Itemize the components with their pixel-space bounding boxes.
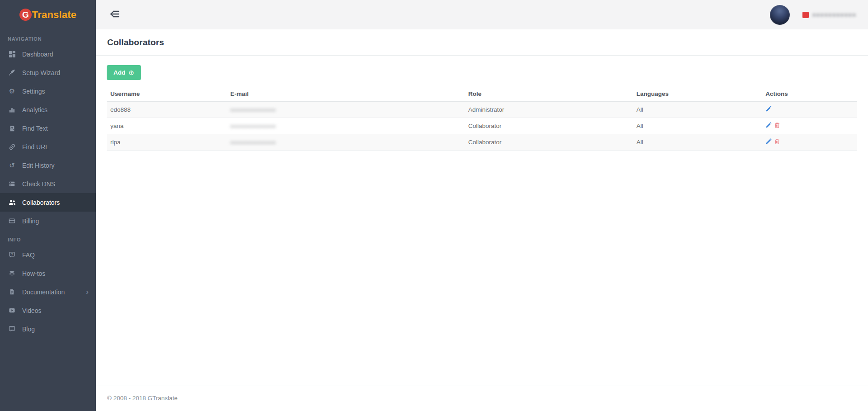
chevron-right-icon: › bbox=[86, 288, 89, 296]
sidebar-nav: NAVIGATIONDashboardSetup Wizard⚙Settings… bbox=[0, 29, 96, 338]
dashboard-icon bbox=[8, 51, 16, 58]
main-area: ●●●●●●●●●●● Collaborators Add ⊕ Username… bbox=[96, 0, 868, 411]
collaborators-table: UsernameE-mailRoleLanguagesActions edo88… bbox=[107, 87, 857, 151]
sidebar-item-label: Setup Wizard bbox=[22, 69, 60, 76]
question-bubble-icon: ? bbox=[8, 251, 16, 258]
topbar: ●●●●●●●●●●● bbox=[96, 0, 868, 29]
chat-bubble-icon bbox=[8, 326, 16, 332]
sidebar-item-label: Dashboard bbox=[22, 51, 53, 58]
column-header-languages: Languages bbox=[633, 87, 762, 102]
page-title: Collaborators bbox=[107, 38, 164, 47]
gear-icon: ⚙ bbox=[8, 88, 16, 94]
site-language-flag-icon bbox=[802, 12, 809, 18]
delete-button[interactable] bbox=[774, 122, 780, 130]
sidebar-item-label: Videos bbox=[22, 307, 42, 314]
link-icon bbox=[8, 143, 16, 151]
edit-icon bbox=[765, 106, 772, 113]
sidebar-item-faq[interactable]: ?FAQ bbox=[0, 246, 96, 264]
add-button-label: Add bbox=[113, 69, 125, 76]
document-icon bbox=[8, 288, 16, 295]
sidebar-item-settings[interactable]: ⚙Settings bbox=[0, 82, 96, 100]
edit-icon bbox=[765, 122, 772, 130]
credit-card-icon bbox=[8, 217, 16, 224]
table-row-edo888: edo888●●●●●●●●●●●●●AdministratorAll bbox=[107, 102, 857, 118]
table-row-yana: yana●●●●●●●●●●●●●CollaboratorAll bbox=[107, 118, 857, 134]
rocket-icon bbox=[8, 69, 16, 76]
sidebar-item-documentation[interactable]: Documentation› bbox=[0, 283, 96, 301]
sidebar: G Translate NAVIGATIONDashboardSetup Wiz… bbox=[0, 0, 96, 411]
email-redacted: ●●●●●●●●●●●●● bbox=[231, 139, 276, 146]
menu-fold-arrow-icon bbox=[109, 10, 120, 19]
role-cell: Administrator bbox=[465, 102, 633, 118]
sidebar-item-label: Check DNS bbox=[22, 180, 55, 188]
sidebar-collapse-button[interactable] bbox=[108, 8, 122, 21]
sidebar-item-label: Find Text bbox=[22, 125, 48, 132]
actions-cell bbox=[762, 118, 857, 134]
delete-button[interactable] bbox=[774, 138, 780, 146]
sidebar-item-how-tos[interactable]: How-tos bbox=[0, 264, 96, 283]
edit-button[interactable] bbox=[765, 138, 772, 146]
column-header-role: Role bbox=[465, 87, 633, 102]
username-cell: ripa bbox=[107, 134, 227, 151]
circled-plus-icon: ⊕ bbox=[128, 69, 134, 76]
sidebar-item-label: Settings bbox=[22, 88, 45, 95]
languages-cell: All bbox=[633, 134, 762, 151]
sidebar-item-find-url[interactable]: Find URL bbox=[0, 137, 96, 156]
account-domain-redacted[interactable]: ●●●●●●●●●●● bbox=[812, 11, 856, 18]
svg-text:?: ? bbox=[11, 252, 13, 256]
nav-section-label-navigation: NAVIGATION bbox=[0, 29, 96, 45]
role-cell: Collaborator bbox=[465, 118, 633, 134]
sidebar-item-label: How-tos bbox=[22, 270, 45, 277]
edit-button[interactable] bbox=[765, 122, 772, 130]
sidebar-item-analytics[interactable]: Analytics bbox=[0, 100, 96, 119]
edit-icon bbox=[765, 138, 772, 146]
topbar-account-area: ●●●●●●●●●●● bbox=[770, 5, 856, 25]
user-avatar[interactable] bbox=[770, 5, 790, 25]
sidebar-item-billing[interactable]: Billing bbox=[0, 212, 96, 230]
sidebar-item-setup-wizard[interactable]: Setup Wizard bbox=[0, 63, 96, 82]
sidebar-item-collaborators[interactable]: Collaborators bbox=[0, 193, 96, 212]
gtranslate-logo[interactable]: G Translate bbox=[0, 0, 96, 29]
sidebar-item-label: Edit History bbox=[22, 162, 55, 169]
layers-icon bbox=[8, 270, 16, 277]
search-doc-icon bbox=[8, 125, 16, 132]
sidebar-item-label: Analytics bbox=[22, 106, 47, 113]
email-cell: ●●●●●●●●●●●●● bbox=[227, 118, 465, 134]
sidebar-item-label: Billing bbox=[22, 217, 39, 225]
footer: © 2008 - 2018 GTranslate bbox=[96, 386, 868, 411]
sidebar-item-find-text[interactable]: Find Text bbox=[0, 119, 96, 137]
sidebar-item-edit-history[interactable]: ↺Edit History bbox=[0, 156, 96, 175]
sidebar-item-videos[interactable]: Videos bbox=[0, 301, 96, 320]
column-header-actions: Actions bbox=[762, 87, 857, 102]
sidebar-item-label: Blog bbox=[22, 326, 35, 333]
email-cell: ●●●●●●●●●●●●● bbox=[227, 134, 465, 151]
sidebar-item-dashboard[interactable]: Dashboard bbox=[0, 45, 96, 63]
gtranslate-logo-g-icon: G bbox=[19, 9, 32, 21]
email-redacted: ●●●●●●●●●●●●● bbox=[231, 123, 276, 129]
sidebar-item-label: Documentation bbox=[22, 288, 65, 296]
actions-cell bbox=[762, 102, 857, 118]
video-icon bbox=[8, 307, 16, 314]
email-cell: ●●●●●●●●●●●●● bbox=[227, 102, 465, 118]
bar-chart-icon bbox=[8, 106, 16, 113]
app-root: G Translate NAVIGATIONDashboardSetup Wiz… bbox=[0, 0, 868, 411]
add-collaborator-button[interactable]: Add ⊕ bbox=[107, 65, 141, 80]
page-heading: Collaborators bbox=[96, 29, 868, 56]
username-cell: yana bbox=[107, 118, 227, 134]
email-redacted: ●●●●●●●●●●●●● bbox=[231, 107, 276, 113]
sidebar-item-check-dns[interactable]: Check DNS bbox=[0, 175, 96, 193]
languages-cell: All bbox=[633, 102, 762, 118]
copyright-text: © 2008 - 2018 GTranslate bbox=[107, 395, 178, 402]
delete-icon bbox=[774, 138, 780, 146]
nav-section-label-info: INFO bbox=[0, 230, 96, 246]
sidebar-item-blog[interactable]: Blog bbox=[0, 320, 96, 338]
edit-button[interactable] bbox=[765, 106, 772, 113]
content: Add ⊕ UsernameE-mailRoleLanguagesActions… bbox=[96, 56, 868, 386]
sidebar-item-label: Collaborators bbox=[22, 199, 60, 206]
users-icon bbox=[8, 199, 16, 206]
delete-icon bbox=[774, 122, 780, 130]
history-icon: ↺ bbox=[8, 162, 16, 169]
actions-cell bbox=[762, 134, 857, 151]
server-icon bbox=[8, 180, 16, 187]
gtranslate-logo-text: Translate bbox=[32, 9, 76, 21]
